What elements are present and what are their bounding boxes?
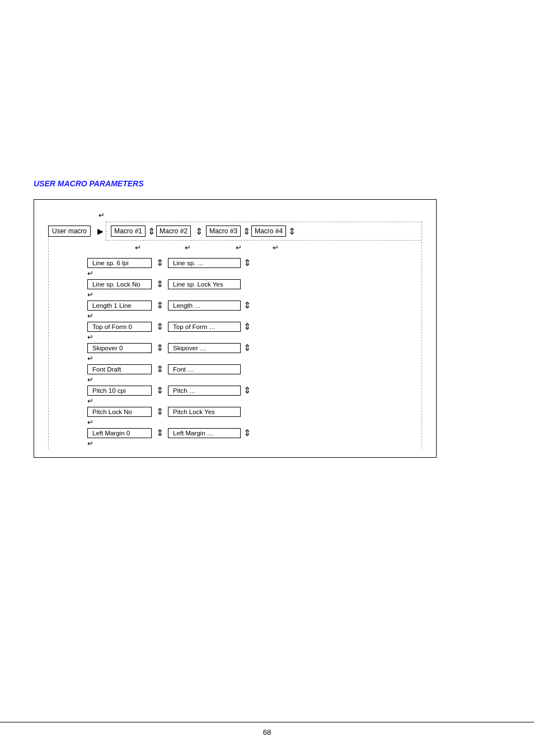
param-group-leftmargin: Left Margin 0 ⇕ Left Margin … ⇕ ↵	[87, 428, 422, 448]
updown-pitchlock: ⇕	[156, 406, 163, 417]
param-group-topofform: Top of Form 0 ⇕ Top of Form … ⇕ ↵	[87, 321, 422, 341]
ret-skipover: ↵	[87, 354, 422, 363]
updown-1: ⇕	[148, 226, 155, 237]
user-macro-row: User macro ▶ Macro #1 ⇕ Macro #2 ⇕ Macro…	[48, 222, 422, 241]
param-group-pitchlock: Pitch Lock No ⇕ Pitch Lock Yes ↵	[87, 406, 422, 426]
param-row-linesplock: Line sp. Lock No ⇕ Line sp. Lock Yes	[87, 279, 422, 289]
params-area: Line sp. 6 lpi ⇕ Line sp. … ⇕ ↵ Line sp.…	[87, 257, 422, 448]
updown-skipover: ⇕	[156, 342, 163, 353]
top-return-arrow: ↵	[99, 211, 422, 219]
macro-3-box[interactable]: Macro #3	[206, 226, 241, 237]
param-row-skipover: Skipover 0 ⇕ Skipover … ⇕	[87, 342, 422, 353]
diagram-container: ↵ User macro ▶ Macro #1 ⇕ Macro #2 ⇕ Mac…	[34, 199, 437, 458]
ret-pitchlock: ↵	[87, 418, 422, 426]
param-leftmargin-right[interactable]: Left Margin …	[168, 428, 241, 438]
param-group-pitch: Pitch 10 cpi ⇕ Pitch … ⇕ ↵	[87, 385, 422, 405]
ret-topofform: ↵	[87, 333, 422, 341]
updown-4: ⇕	[288, 226, 296, 237]
page-content: USER MACRO PARAMETERS ↵ User macro ▶ Mac…	[0, 0, 534, 480]
updown-linesp6: ⇕	[156, 257, 163, 268]
param-group-length: Length 1 Line ⇕ Length … ⇕ ↵	[87, 300, 422, 320]
page-number: 68	[263, 728, 271, 736]
ret-linesp6: ↵	[87, 269, 422, 278]
param-pitchlock-left[interactable]: Pitch Lock No	[87, 407, 152, 417]
param-length-right[interactable]: Length …	[168, 300, 241, 311]
param-font-left[interactable]: Font Draft	[87, 364, 152, 374]
param-skipover-left[interactable]: Skipover 0	[87, 343, 152, 353]
ret-pitch: ↵	[87, 397, 422, 405]
ret-linesplock: ↵	[87, 290, 422, 299]
param-group-font: Font Draft ⇕ Font … ↵	[87, 364, 422, 384]
updown-topofform: ⇕	[156, 321, 163, 332]
param-row-linesp6: Line sp. 6 lpi ⇕ Line sp. … ⇕	[87, 257, 422, 268]
updown-length: ⇕	[156, 300, 163, 311]
ret-font: ↵	[87, 375, 422, 384]
updown-leftmargin-r: ⇕	[243, 428, 251, 438]
updown-2: ⇕	[195, 226, 203, 237]
ret-leftmargin: ↵	[87, 439, 422, 448]
param-pitch-left[interactable]: Pitch 10 cpi	[87, 386, 152, 396]
param-row-leftmargin: Left Margin 0 ⇕ Left Margin … ⇕	[87, 428, 422, 438]
param-linesp6-right[interactable]: Line sp. …	[168, 258, 241, 268]
param-row-font: Font Draft ⇕ Font …	[87, 364, 422, 374]
updown-pitch: ⇕	[156, 385, 163, 396]
section-title: USER MACRO PARAMETERS	[34, 179, 500, 188]
param-pitch-right[interactable]: Pitch …	[168, 386, 241, 396]
right-dashed-border	[421, 231, 422, 449]
usermacro-box[interactable]: User macro	[48, 226, 91, 237]
updown-linesp6-r: ⇕	[243, 257, 251, 268]
updown-leftmargin: ⇕	[156, 428, 163, 438]
sub-arrows-row: ↵ ↵ ↵ ↵	[135, 243, 422, 252]
param-linesplock-left[interactable]: Line sp. Lock No	[87, 279, 152, 289]
updown-font: ⇕	[156, 364, 163, 374]
updown-skipover-r: ⇕	[243, 342, 251, 353]
arrow-right-icon: ▶	[97, 227, 104, 236]
left-dashed-border	[48, 231, 49, 449]
page-divider	[0, 722, 534, 722]
updown-pitch-r: ⇕	[243, 385, 251, 396]
param-row-pitch: Pitch 10 cpi ⇕ Pitch … ⇕	[87, 385, 422, 396]
macro-2-box[interactable]: Macro #2	[156, 226, 191, 237]
param-group-linesp6: Line sp. 6 lpi ⇕ Line sp. … ⇕ ↵	[87, 257, 422, 278]
param-row-topofform: Top of Form 0 ⇕ Top of Form … ⇕	[87, 321, 422, 332]
param-linesp6-left[interactable]: Line sp. 6 lpi	[87, 258, 152, 268]
param-leftmargin-left[interactable]: Left Margin 0	[87, 428, 152, 438]
param-pitchlock-right[interactable]: Pitch Lock Yes	[168, 407, 241, 417]
param-row-length: Length 1 Line ⇕ Length … ⇕	[87, 300, 422, 311]
param-topofform-right[interactable]: Top of Form …	[168, 322, 241, 332]
param-linesplock-right[interactable]: Line sp. Lock Yes	[168, 279, 241, 289]
macro-1-box[interactable]: Macro #1	[111, 226, 146, 237]
macro-4-box[interactable]: Macro #4	[251, 226, 286, 237]
updown-3: ⇕	[243, 226, 250, 237]
updown-topofform-r: ⇕	[243, 321, 251, 332]
param-skipover-right[interactable]: Skipover …	[168, 343, 241, 353]
param-group-linesplock: Line sp. Lock No ⇕ Line sp. Lock Yes ↵	[87, 279, 422, 299]
param-row-pitchlock: Pitch Lock No ⇕ Pitch Lock Yes	[87, 406, 422, 417]
param-group-skipover: Skipover 0 ⇕ Skipover … ⇕ ↵	[87, 342, 422, 363]
usermacro-column: User macro	[48, 226, 91, 237]
macros-area: Macro #1 ⇕ Macro #2 ⇕ Macro #3 ⇕ Macro #…	[106, 222, 422, 241]
updown-length-r: ⇕	[243, 300, 251, 311]
param-topofform-left[interactable]: Top of Form 0	[87, 322, 152, 332]
updown-linesplock: ⇕	[156, 279, 163, 289]
ret-length: ↵	[87, 312, 422, 320]
param-length-left[interactable]: Length 1 Line	[87, 300, 152, 311]
param-font-right[interactable]: Font …	[168, 364, 241, 374]
